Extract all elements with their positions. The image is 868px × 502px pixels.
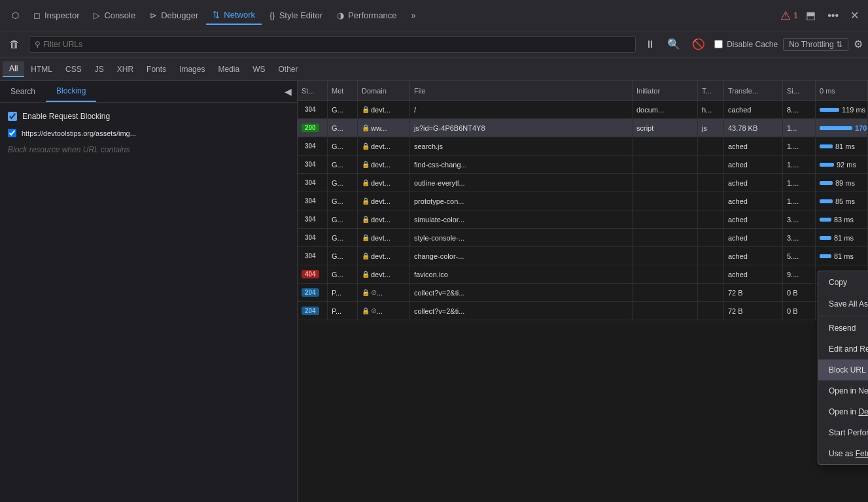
- pause-btn[interactable]: ⏸: [641, 37, 659, 52]
- toolbar-console-btn[interactable]: ▷ Console: [87, 7, 142, 24]
- toolbar-inspector-btn[interactable]: ◻ Inspector: [27, 7, 86, 24]
- close-btn[interactable]: ✕: [846, 5, 863, 25]
- overflow-btn[interactable]: •••: [824, 6, 842, 25]
- type-filter-bar: All HTML CSS JS XHR Fonts Images Media W…: [0, 58, 868, 81]
- td-initiator: [633, 192, 698, 210]
- td-timeline: 170 ms: [816, 119, 868, 137]
- td-transfer: cached: [724, 101, 783, 118]
- type-btn-images[interactable]: Images: [173, 62, 211, 76]
- td-size: 8....: [783, 101, 816, 118]
- blocked-url-row: https://devtoolstips.org/assets/img...: [5, 125, 292, 141]
- td-file: /: [410, 101, 633, 118]
- td-domain: 🔒devt...: [358, 156, 410, 173]
- td-file: collect?v=2&ti...: [410, 302, 633, 320]
- collapse-panel-btn[interactable]: ◀: [279, 81, 297, 102]
- ctx-start-perf[interactable]: Start Performance Analysis...: [818, 422, 868, 443]
- status-badge: 304: [302, 215, 319, 224]
- ctx-block-url[interactable]: Block URL: [818, 360, 868, 380]
- td-domain: 🔒⊘...: [358, 302, 410, 320]
- table-row[interactable]: 304 G... 🔒devt... / docum... h... cached…: [298, 101, 868, 119]
- ctx-copy[interactable]: Copy ›: [818, 271, 868, 293]
- status-badge: 204: [302, 288, 319, 297]
- debugger-label: Debugger: [161, 10, 198, 20]
- ctx-use-fetch[interactable]: Use as Fetch in Console: [818, 443, 868, 464]
- toolbar-more-btn[interactable]: »: [405, 7, 423, 24]
- filter-actions: ⏸ 🔍 🚫: [641, 37, 709, 52]
- table-row[interactable]: 204 P... 🔒⊘... collect?v=2&ti... 72 B 0 …: [298, 302, 868, 320]
- td-domain: 🔒devt...: [358, 192, 410, 210]
- table-row[interactable]: 304 G... 🔒devt... simulate-color... ache…: [298, 210, 868, 229]
- type-btn-html[interactable]: HTML: [24, 62, 59, 76]
- td-size: 5....: [783, 247, 816, 265]
- toolbar-network-btn[interactable]: ⇅ Network: [206, 6, 262, 25]
- main-area: Search Blocking ◀ Enable Request Blockin…: [0, 81, 868, 502]
- td-method: G...: [328, 174, 358, 192]
- type-btn-js[interactable]: JS: [88, 62, 111, 76]
- td-method: G...: [328, 247, 358, 265]
- throttle-btn[interactable]: No Throttling ⇅: [783, 38, 848, 51]
- td-size: 0 B: [783, 284, 816, 301]
- td-file: outline-everytl...: [410, 174, 633, 192]
- td-type: [698, 192, 724, 210]
- clear-filter-btn[interactable]: 🗑: [5, 37, 24, 52]
- type-btn-media[interactable]: Media: [211, 62, 246, 76]
- table-row[interactable]: 304 G... 🔒devt... find-css-chang... ache…: [298, 156, 868, 174]
- type-btn-other[interactable]: Other: [271, 62, 304, 76]
- td-file: find-css-chang...: [410, 156, 633, 173]
- filter-icon: ⚲: [35, 40, 41, 49]
- console-label: Console: [104, 10, 135, 20]
- td-method: P...: [328, 284, 358, 301]
- error-badge-btn[interactable]: ⚠ 1: [780, 8, 798, 23]
- error-icon: ⚠: [780, 8, 791, 23]
- filter-bar: 🗑 ⚲ ⏸ 🔍 🚫 Disable Cache No Throttling ⇅ …: [0, 31, 868, 58]
- ctx-edit-resend[interactable]: Edit and Resend: [818, 339, 868, 360]
- td-type: [698, 265, 724, 283]
- toolbar-debugger-btn[interactable]: ⊳ Debugger: [143, 7, 205, 24]
- table-row[interactable]: 204 P... 🔒⊘... collect?v=2&ti... 72 B 0 …: [298, 284, 868, 302]
- table-row[interactable]: 304 G... 🔒devt... style-console-... ache…: [298, 229, 868, 247]
- th-file: File: [410, 81, 633, 100]
- dock-btn[interactable]: ⬒: [802, 5, 820, 25]
- search-tab[interactable]: Search: [0, 81, 46, 102]
- td-size: 1....: [783, 192, 816, 210]
- td-transfer: ached: [724, 247, 783, 265]
- td-type: [698, 302, 724, 320]
- blocking-tab[interactable]: Blocking: [46, 81, 96, 102]
- ctx-open-debugger-label: Open in Debugger: [829, 407, 868, 416]
- type-btn-all[interactable]: All: [3, 61, 24, 77]
- ctx-open-debugger[interactable]: Open in Debugger: [818, 401, 868, 422]
- top-toolbar: ⬡ ◻ Inspector ▷ Console ⊳ Debugger ⇅ Net…: [0, 0, 868, 31]
- filter-input[interactable]: [43, 40, 630, 49]
- toolbar-cursor-btn[interactable]: ⬡: [5, 7, 26, 24]
- type-btn-fonts[interactable]: Fonts: [140, 62, 173, 76]
- disable-cache-checkbox[interactable]: [714, 40, 723, 48]
- status-badge: 304: [302, 233, 319, 242]
- toolbar-performance-btn[interactable]: ◑ Performance: [330, 7, 403, 24]
- toolbar-style-editor-btn[interactable]: {} Style Editor: [263, 7, 329, 24]
- table-row[interactable]: 304 G... 🔒devt... prototype-con... ached…: [298, 192, 868, 210]
- block-btn[interactable]: 🚫: [688, 37, 709, 52]
- table-row[interactable]: 200 G... 🔒ww... js?id=G-4P6B6NT4Y8 scrip…: [298, 119, 868, 137]
- table-row[interactable]: 304 G... 🔒devt... outline-everytl... ach…: [298, 174, 868, 192]
- ctx-open-new-tab[interactable]: Open in New Tab: [818, 380, 868, 401]
- td-size: 1....: [783, 137, 816, 155]
- ctx-resend[interactable]: Resend: [818, 318, 868, 339]
- td-type: [698, 174, 724, 192]
- type-btn-css[interactable]: CSS: [59, 62, 88, 76]
- table-row[interactable]: 304 G... 🔒devt... search.js ached 1.... …: [298, 137, 868, 156]
- enable-blocking-checkbox[interactable]: [8, 112, 17, 121]
- settings-gear-btn[interactable]: ⚙: [854, 38, 863, 50]
- blocked-url-checkbox[interactable]: [8, 129, 16, 137]
- td-timeline: 92 ms: [816, 156, 868, 173]
- style-editor-label: Style Editor: [279, 10, 322, 20]
- type-btn-xhr[interactable]: XHR: [111, 62, 140, 76]
- disable-cache-label[interactable]: Disable Cache: [714, 40, 778, 49]
- search-btn[interactable]: 🔍: [663, 37, 684, 52]
- td-domain: 🔒⊘...: [358, 284, 410, 301]
- ctx-save-har[interactable]: Save All As HAR: [818, 293, 868, 314]
- th-type: T...: [698, 81, 724, 100]
- table-row[interactable]: 404 G... 🔒devt... favicon.ico ached 9...…: [298, 265, 868, 284]
- table-row[interactable]: 304 G... 🔒devt... change-color-... ached…: [298, 247, 868, 265]
- td-timeline: 119 ms: [816, 101, 868, 118]
- type-btn-ws[interactable]: WS: [246, 62, 271, 76]
